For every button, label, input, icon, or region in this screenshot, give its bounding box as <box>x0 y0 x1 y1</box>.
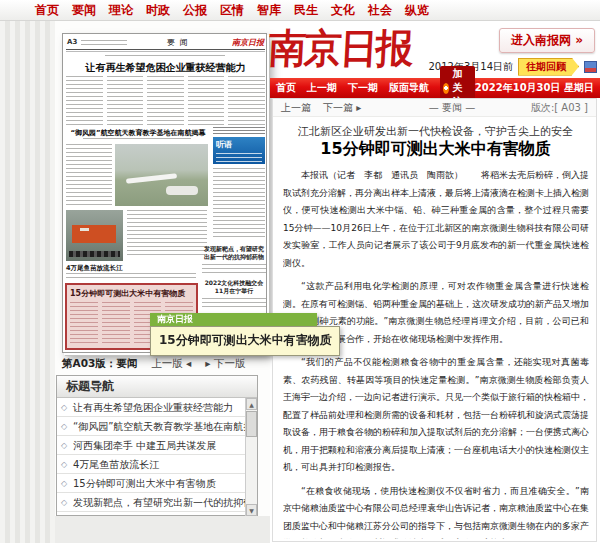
bar-home-link[interactable]: 首页 <box>276 81 296 95</box>
thumb-left-column <box>66 144 112 206</box>
thumb-kicker-lines <box>105 55 225 59</box>
edition-label: 第A03版：要闻 <box>62 357 137 371</box>
nav-news[interactable]: 要闻 <box>72 2 96 19</box>
weibo-eye-icon <box>443 83 449 94</box>
section-label: — 要闻 — <box>373 101 531 115</box>
scrollbar-thumb[interactable] <box>246 411 257 437</box>
next-edition-link[interactable]: ▸ 下一版 <box>205 357 245 371</box>
thumb-side-headline: 发现新靶点，有望研究出新一代的抗抑郁药物 <box>202 245 266 261</box>
calendar-icon[interactable] <box>584 61 597 73</box>
archive-button[interactable]: 往期回顾 <box>518 58 579 76</box>
edition-number-label: 版次:[ A03 ] <box>531 101 588 115</box>
left-bottom-background <box>55 516 270 543</box>
nav-theory[interactable]: 理论 <box>109 2 133 19</box>
issue-date: 2022年10月30日 星期日 <box>475 81 594 95</box>
thumb-headline-1[interactable]: 让有再生希望危困企业重获经营能力 <box>65 61 266 75</box>
thumb-blue-box: 听语 <box>213 137 265 164</box>
toc-item[interactable]: “御风园”航空航天教育教学基地在南航揭幕 <box>57 417 247 436</box>
thumb-mid-column <box>127 210 207 258</box>
plane-shape <box>126 174 177 184</box>
toc-item[interactable]: 冬春航季今起执行 航班时间最多提前3小时 <box>57 512 247 516</box>
thumb-subline <box>83 138 191 141</box>
enter-site-button[interactable]: 进入南报网 » <box>499 28 595 53</box>
left-stripe-background <box>0 21 55 543</box>
thumb-header-textlines <box>81 40 127 45</box>
paragraph: “我们的产品不仅能检测粮食谷物中的重金属含量，还能实现对真菌毒素、农药残留、转基… <box>283 354 589 477</box>
tooltip-source: 南京日报 <box>150 313 317 326</box>
nav-culture[interactable]: 文化 <box>331 2 355 19</box>
scroll-down-icon[interactable]: ▼ <box>246 504 257 516</box>
nav-thinktank[interactable]: 智库 <box>257 2 281 19</box>
toc-item[interactable]: 河西集团牵手 中建五局共谋发展 <box>57 436 247 455</box>
thumb-blue-box-label: 听语 <box>216 140 232 149</box>
top-nav: 首页 要闻 理论 时政 公报 区情 智库 民生 文化 社会 纵览 <box>0 0 600 21</box>
thumb-page-number: A3 <box>67 38 77 46</box>
thumb-side-lines <box>202 298 266 310</box>
nav-home[interactable]: 首页 <box>35 2 59 19</box>
boat-cabin-shape <box>80 228 90 231</box>
bar-next-issue-link[interactable]: 下一期 <box>348 81 378 95</box>
red-date-bar: 首页 上一期 下一期 版面导航 加关注 2022年10月30日 星期日 <box>270 78 600 98</box>
thumb-side-lines <box>202 264 266 276</box>
article-kicker: 江北新区企业研发出新一代快检设备，守护舌尖上的安全 <box>279 124 592 139</box>
bar-prev-issue-link[interactable]: 上一期 <box>307 81 337 95</box>
prev-article-link[interactable]: 上一篇 <box>281 101 311 115</box>
pontoon-shape <box>69 251 119 257</box>
thumb-side-headline: 2022文化科技融交会11月在宁举行 <box>202 279 266 295</box>
thumb-section-label: 要闻 <box>127 37 232 48</box>
thumb-boat-photo <box>66 210 123 261</box>
nav-bulletin[interactable]: 公报 <box>183 2 207 19</box>
nav-districts[interactable]: 区情 <box>220 2 244 19</box>
thumb-highlight-title: 15分钟即可测出大米中有害物质 <box>70 288 193 299</box>
boat-shape <box>72 225 116 242</box>
next-article-link[interactable]: 下一篇 ▸ <box>323 101 361 115</box>
preview-tooltip: 南京日报 15分钟即可测出大米中有害物质 <box>150 313 340 356</box>
nav-society[interactable]: 社会 <box>368 2 392 19</box>
bar-layout-nav-link[interactable]: 版面导航 <box>389 81 429 95</box>
thumb-right-column-header <box>213 127 265 134</box>
rocket-shape <box>166 186 198 195</box>
toc-item-current[interactable]: 15分钟即可测出大米中有害物质 <box>57 474 247 493</box>
toc-item[interactable]: 4万尾鱼苗放流长江 <box>57 455 247 474</box>
article-title: 15分钟即可测出大米中有害物质 <box>279 139 592 160</box>
nav-livelihood[interactable]: 民生 <box>294 2 318 19</box>
thumb-paper-logo: 南京日报 <box>232 37 264 48</box>
tooltip-title: 15分钟即可测出大米中有害物质 <box>150 326 340 356</box>
thumb-blue-box-lines <box>216 153 262 165</box>
toc-scrollbar[interactable]: ▲ ▼ <box>245 398 257 516</box>
thumb-aviation-photo <box>115 144 208 206</box>
thumb-page-header: A3 要闻 南京日报 <box>67 37 264 47</box>
toc-list: 让有再生希望危困企业重获经营能力 “御风园”航空航天教育教学基地在南航揭幕 河西… <box>57 398 257 516</box>
edition-nav-row: 第A03版：要闻 上一版 ◂ ▸ 下一版 <box>62 357 259 371</box>
thumb-photo-caption: 4万尾鱼苗放流长江 <box>66 264 206 273</box>
thumb-header-rule <box>66 49 265 52</box>
paragraph: 本报讯（记者 李都 通讯员 陶雨歆） 将稻米去壳后粉碎，倒入提取试剂充分溶解，再… <box>283 167 589 272</box>
thumb-text-columns <box>66 76 265 126</box>
prev-edition-link[interactable]: 上一版 ◂ <box>151 357 191 371</box>
paragraph: “在粮食收储现场，使用快速检测仪不仅省时省力，而且准确安全。”南京中储粮油质监中… <box>283 483 589 540</box>
page-thumbnail[interactable]: A3 要闻 南京日报 让有再生希望危困企业重获经营能力 “御风园”航空航天教育教… <box>62 33 267 353</box>
thumb-caption-lines <box>66 273 196 280</box>
nav-overview[interactable]: 纵览 <box>405 2 429 19</box>
toc-item[interactable]: 让有再生希望危困企业重获经营能力 <box>57 398 247 417</box>
nav-politics[interactable]: 时政 <box>146 2 170 19</box>
scroll-up-icon[interactable]: ▲ <box>246 398 257 410</box>
archive-row: 2012年3月14日前 往期回顾 <box>270 59 597 74</box>
title-navigation-box: 标题导航 让有再生希望危困企业重获经营能力 “御风园”航空航天教育教学基地在南航… <box>56 375 258 516</box>
thumb-right-column <box>213 168 265 238</box>
thumb-headline-2[interactable]: “御风园”航空航天教育教学基地在南航揭幕 <box>65 128 211 138</box>
toc-item[interactable]: 发现新靶点，有望研究出新一代的抗抑郁药物 <box>57 493 247 512</box>
article-toolbar: 上一篇 下一篇 ▸ — 要闻 — 版次:[ A03 ] <box>273 99 596 117</box>
toc-header: 标题导航 <box>57 376 257 398</box>
